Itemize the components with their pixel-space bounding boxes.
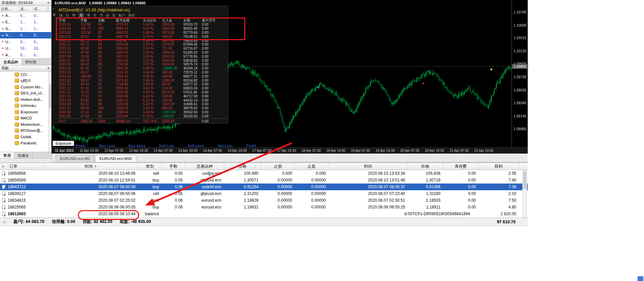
market-watch-row[interactable]: ▲A...0...0... xyxy=(0,12,51,19)
navigator-item[interactable]: MTDriver盈... xyxy=(0,128,51,134)
market-watch-column-header[interactable]: 交易... xyxy=(0,6,20,12)
terminal-scroll-thumb[interactable] xyxy=(523,171,526,189)
stats-menu-item[interactable]: 年 xyxy=(93,13,97,18)
market-watch-column-header[interactable]: 买... xyxy=(33,6,47,12)
order-history-row[interactable]: 188391272020.08.07 06:55:06sell0.05gbpus… xyxy=(0,190,528,197)
order-history-row[interactable]: 188250652020.08.06 06:00:05buy0.06eurusd… xyxy=(0,204,528,210)
navigator-item[interactable]: Custom Mo... xyxy=(0,84,51,90)
navigator-item[interactable]: Ichimoku xyxy=(0,103,51,109)
order-history-row[interactable]: 188565892020.08.10 12:54:01buy0.05gbpusd… xyxy=(0,177,528,184)
stats-menu-item[interactable]: 月 xyxy=(79,13,84,18)
navigator-close-icon[interactable]: ✕ xyxy=(47,66,50,70)
stats-cell: 2376.96 xyxy=(116,90,143,94)
stats-menu-item[interactable]: M xyxy=(106,14,109,18)
terminal-column-header[interactable]: 时间▼ xyxy=(44,163,138,170)
order-history-row[interactable]: 188589562020.08.10 13:46:05sell0.05usdjp… xyxy=(0,170,528,177)
navigator-item[interactable]: iExposure xyxy=(0,109,51,115)
stats-cell: 35150.50 xyxy=(183,114,202,118)
terminal-column-header[interactable]: 库存费 xyxy=(443,163,479,170)
terminal-column-header[interactable]: ✕订单 xyxy=(0,163,44,170)
terminal-column-header[interactable]: 手数 xyxy=(162,163,185,170)
order-type-icon xyxy=(2,205,5,209)
stats-menu-item[interactable]: 账户 xyxy=(118,13,125,18)
ask-price: 1... xyxy=(33,27,47,31)
navigator-item[interactable]: Heiken Ash... xyxy=(0,96,51,103)
terminal-column-header[interactable]: 交易品种 xyxy=(185,163,224,170)
stats-menu-item[interactable]: 币 xyxy=(100,13,103,18)
order-field: buy xyxy=(138,205,162,209)
navigator-item[interactable]: DKX_ind_v1... xyxy=(0,90,51,96)
stats-menu-item[interactable]: 周 xyxy=(72,13,75,18)
market-watch-row[interactable]: ▲G...1...1... xyxy=(0,25,51,32)
order-field: 4.80 xyxy=(479,205,519,209)
terminal-column-header[interactable]: 价格 xyxy=(408,163,443,170)
ask-price: 0... xyxy=(33,40,47,44)
order-field: 2020.08.06 06:00:05 xyxy=(44,205,138,209)
market-watch-tab[interactable]: 交易品种 xyxy=(0,59,22,65)
corner-widget[interactable] xyxy=(638,276,643,281)
stats-cell: 95.07 xyxy=(81,71,98,74)
navigator-item[interactable]: Parabolic xyxy=(0,140,51,146)
market-watch-tab[interactable]: 即时图 xyxy=(22,59,40,65)
indicator-icon xyxy=(15,73,19,77)
stats-menu-item[interactable]: 路径 xyxy=(128,13,135,18)
terminal-column-header[interactable]: 价格 xyxy=(224,163,261,170)
navigator-tab[interactable]: 常用 xyxy=(0,152,14,159)
exposure-subwindow-tab[interactable]: Exposure xyxy=(53,141,74,146)
navigator-scroll-thumb[interactable] xyxy=(49,84,51,109)
terminal-column-header[interactable]: 类型 xyxy=(138,163,162,170)
order-history-row[interactable]: 188348152020.08.07 02:25:02sell0.06eurus… xyxy=(0,197,528,204)
navigator-tab[interactable]: 收藏夹 xyxy=(14,152,33,159)
market-watch-row[interactable]: ▼A...0...0... xyxy=(0,52,51,58)
market-watch-column-header[interactable]: 卖... xyxy=(20,6,33,12)
navigator-scrollbar[interactable] xyxy=(48,72,51,152)
market-watch-row[interactable]: ▲N...0...0... xyxy=(0,32,51,39)
price-scale-label: 1.09535 xyxy=(514,88,526,92)
market-watch-row[interactable]: ▼U...0...0... xyxy=(0,38,51,45)
terminal-column-header[interactable]: 时间 xyxy=(329,163,408,170)
order-field: 2.55 xyxy=(479,171,519,176)
exposure-column-header: Net Lots xyxy=(218,144,233,147)
order-cell: 18858956 xyxy=(0,171,44,176)
stats-menu-item[interactable]: 综 xyxy=(59,13,63,18)
market-watch-row[interactable]: ▲E...1...1... xyxy=(0,19,51,26)
market-watch-row[interactable]: ▼U...13...13... xyxy=(0,45,51,52)
price-scale[interactable]: 1.107001.105051.103151.101201.099251.097… xyxy=(512,0,528,147)
navigator-item[interactable]: MACD xyxy=(0,115,51,121)
terminal-column-header[interactable]: 止盈 xyxy=(295,163,329,170)
panel-toggle-icon[interactable]: ▦ xyxy=(53,13,56,16)
stats-cell: 67.26 xyxy=(81,86,98,90)
sidebar: 市场报价: 20:54:59 ✕ 交易...卖...买...! ▲A...0..… xyxy=(0,0,52,160)
navigator-item[interactable]: Momentum... xyxy=(0,121,51,128)
terminal-close-icon[interactable]: ✕ xyxy=(2,165,4,168)
order-type-icon xyxy=(2,178,5,182)
exposure-column-header: Sell Lots xyxy=(159,144,175,147)
terminal-column-label: 手数 xyxy=(170,164,178,169)
one-click-trading-icon[interactable]: ▸ xyxy=(53,7,54,10)
stats-menu-item[interactable]: 日 xyxy=(66,13,69,18)
market-watch-close-icon[interactable]: ✕ xyxy=(47,1,50,5)
time-axis[interactable]: 11 Apr 202311 Apr 19:3012 Apr 07:3012 Ap… xyxy=(52,147,528,153)
stats-cell: 94 xyxy=(98,99,116,102)
market-watch-column-header[interactable]: ! xyxy=(47,6,51,12)
chart-tab[interactable]: EURUSD.ecn,M30 xyxy=(95,155,136,162)
navigator-item[interactable]: CCI xyxy=(0,72,51,78)
tick-up-icon: ▲ xyxy=(0,21,5,24)
chart-tab[interactable]: EURUSD.ecn,M1 xyxy=(56,155,94,162)
stats-cell: 97 xyxy=(98,94,116,98)
stats-menu-item[interactable]: 笔 xyxy=(112,13,115,18)
order-history-row[interactable]: 188437122020.08.07 08:00:06buy0.06usdchf… xyxy=(0,184,528,190)
navigator-item[interactable]: OsMA xyxy=(0,134,51,140)
stats-cell: 70 xyxy=(98,59,116,62)
stats-menu-item[interactable]: 季 xyxy=(87,13,90,18)
navigator-item[interactable]: cj统计 xyxy=(0,78,51,84)
terminal-scrollbar[interactable] xyxy=(522,170,527,218)
terminal-column-header[interactable]: 获利 xyxy=(479,163,519,170)
order-cell: 18856589 xyxy=(0,178,44,182)
order-field: sell xyxy=(138,171,162,176)
terminal-column-header[interactable]: 止损 xyxy=(261,163,295,170)
order-field: 0.00000 xyxy=(261,178,295,182)
stats-cell: 92 xyxy=(98,75,116,78)
account-summary-item: 盈/亏: 64 083.70 xyxy=(13,219,44,225)
stats-row: 2022.0495.07703151.814.54 %450.0072579.1… xyxy=(54,71,228,75)
